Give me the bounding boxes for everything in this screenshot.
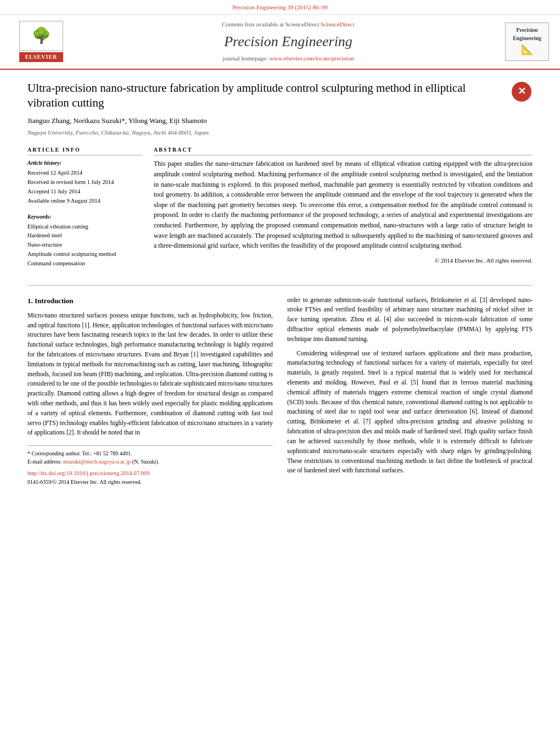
- intro-heading: 1. Introduction: [27, 295, 273, 306]
- doi-line: http://dx.doi.org/10.1016/j.precisioneng…: [27, 469, 273, 478]
- body-col-right: order to generate submicron-scale functi…: [287, 295, 533, 486]
- email-suffix: (N. Suzuki).: [132, 459, 159, 465]
- email-line: E-mail address: nsuzuki@mech.nagoya-u.ac…: [27, 458, 273, 466]
- content-line-text: Contents lists available at ScienceDirec…: [222, 21, 319, 27]
- history-block: Article history: Received 12 April 2014 …: [27, 159, 143, 205]
- homepage-label: journal homepage:: [223, 55, 268, 62]
- corresponding-note: * Corresponding author. Tel.: +81 52 789…: [27, 449, 273, 458]
- article-info-label: ARTICLE INFO: [27, 146, 143, 156]
- top-bar: Precision Engineering 39 (2015) 86–99: [0, 0, 560, 15]
- homepage-line: journal homepage: www.elsevier.com/locat…: [77, 54, 500, 63]
- keywords-heading: Keywords:: [27, 213, 143, 221]
- accepted-date: Accepted 11 July 2014: [27, 187, 143, 197]
- copyright-notice: © 2014 Elsevier Inc. All rights reserved…: [154, 256, 533, 265]
- article-info-col: ARTICLE INFO Article history: Received 1…: [27, 146, 143, 275]
- article-title: Ultra-precision nano-structure fabricati…: [27, 81, 511, 111]
- authors-line: Jianguo Zhang, Norikazu Suzuki*, Yilong …: [27, 116, 533, 126]
- body-col-left: 1. Introduction Micro/nano structured su…: [27, 295, 273, 486]
- keyword-3: Nano-structure: [27, 241, 143, 250]
- keyword-4: Amplitude control sculpturing method: [27, 250, 143, 259]
- footnote-area: * Corresponding author. Tel.: +81 52 789…: [27, 445, 273, 486]
- journal-header: 🌳 ELSEVIER Contents lists available at S…: [0, 15, 560, 70]
- affiliation-line: Nagoya University, Furo-cho, Chikusa-ku,…: [27, 129, 533, 137]
- keyword-2: Hardened steel: [27, 231, 143, 241]
- abstract-label: ABSTRACT: [154, 146, 533, 156]
- crossmark-icon: ✕: [512, 82, 531, 102]
- article-meta-section: ARTICLE INFO Article history: Received 1…: [27, 146, 533, 275]
- article-history: Article history: Received 12 April 2014 …: [27, 159, 143, 268]
- elsevier-logo: 🌳 ELSEVIER: [11, 21, 71, 63]
- section-divider: [27, 285, 533, 286]
- article-title-section: Ultra-precision nano-structure fabricati…: [27, 81, 533, 111]
- revised-date: Received in revised form 1 July 2014: [27, 178, 143, 187]
- elsevier-wordmark: ELSEVIER: [19, 52, 63, 63]
- doi-link[interactable]: http://dx.doi.org/10.1016/j.precisioneng…: [27, 470, 149, 476]
- available-date: Available online 9 August 2014: [27, 197, 143, 206]
- intro-para-1: Micro/nano structured surfaces possess u…: [27, 311, 273, 438]
- issn-line: 0141-6359/© 2014 Elsevier Inc. All right…: [27, 478, 273, 486]
- keywords-block: Keywords: Elliptical vibration cutting H…: [27, 213, 143, 269]
- received-date: Received 12 April 2014: [27, 169, 143, 178]
- email-label: E-mail address:: [27, 459, 61, 465]
- keyword-1: Elliptical vibration cutting: [27, 222, 143, 232]
- crossmark-badge: ✕: [511, 81, 533, 103]
- history-heading: Article history:: [27, 159, 143, 168]
- elsevier-logo-box: 🌳: [19, 21, 63, 51]
- homepage-url[interactable]: www.elsevier.com/locate/precision: [270, 55, 354, 62]
- sciencedirect-line: Contents lists available at ScienceDirec…: [77, 20, 500, 29]
- authors-text: Jianguo Zhang, Norikazu Suzuki*, Yilong …: [27, 116, 207, 125]
- journal-reference: Precision Engineering 39 (2015) 86–99: [232, 4, 328, 10]
- main-content: Ultra-precision nano-structure fabricati…: [0, 70, 560, 498]
- journal-logo-right: Precision Engineering 📐: [505, 23, 549, 61]
- sciencedirect-link[interactable]: ScienceDirect: [321, 21, 355, 27]
- elsevier-tree-icon: 🌳: [32, 25, 51, 47]
- keyword-5: Command compensation: [27, 259, 143, 269]
- intro-para-right-2: Considering widespread use of textured s…: [287, 349, 533, 476]
- intro-para-right-1: order to generate submicron-scale functi…: [287, 295, 533, 344]
- body-section: 1. Introduction Micro/nano structured su…: [27, 295, 533, 486]
- email-link[interactable]: nsuzuki@mech.nagoya-u.ac.jp: [63, 459, 131, 465]
- journal-center-info: Contents lists available at ScienceDirec…: [77, 20, 500, 63]
- abstract-text: This paper studies the nano-structure fa…: [154, 159, 533, 250]
- journal-title: Precision Engineering: [77, 31, 500, 52]
- abstract-col: ABSTRACT This paper studies the nano-str…: [154, 146, 533, 275]
